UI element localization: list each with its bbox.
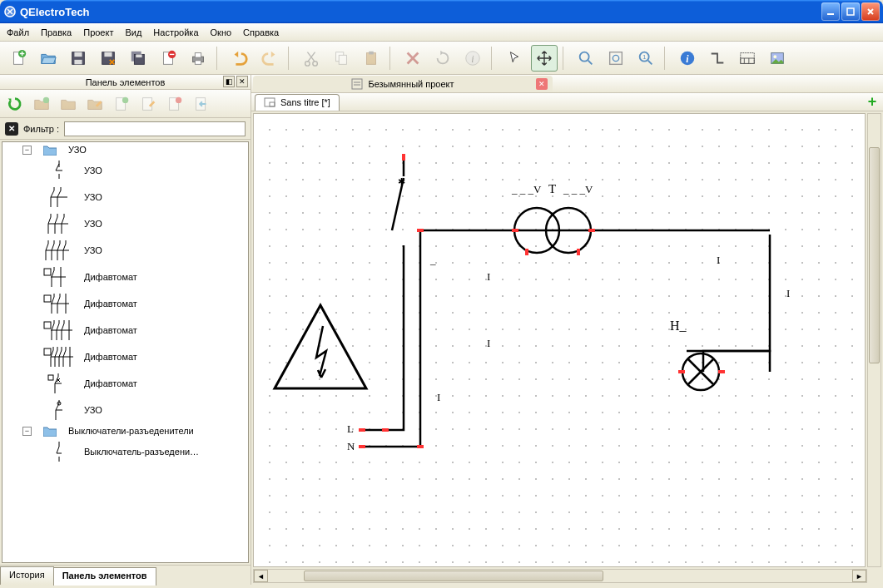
element-icon [42, 398, 76, 422]
tab-elements[interactable]: Панель элементов [53, 567, 156, 586]
svg-rect-24 [369, 51, 374, 54]
menu-help[interactable]: Справка [243, 27, 279, 37]
tree-item[interactable]: Дифавтомат [2, 264, 248, 290]
scroll-left-button[interactable]: ◄ [254, 570, 268, 582]
zoom-fit-button[interactable] [603, 45, 629, 72]
tree-item[interactable]: УЗО [2, 397, 248, 423]
svg-text:i: i [471, 52, 474, 64]
tree-item[interactable]: УЗО [2, 210, 248, 237]
project-info-button[interactable]: i [674, 45, 701, 72]
zoom-button[interactable] [573, 45, 599, 72]
panel-title: Панель элементов [86, 77, 166, 87]
clear-filter-button[interactable]: ✕ [5, 122, 18, 136]
project-tab[interactable]: Безымянный проект ✕ [253, 76, 553, 92]
undo-button[interactable] [226, 45, 253, 72]
scrollbar-thumb[interactable] [304, 571, 603, 581]
tree-item[interactable]: УЗО [2, 184, 248, 210]
drawing-canvas[interactable]: _ _ _V T _ _ _V I I I _ I I H_ L N ✱ [253, 113, 866, 567]
panel-import-button[interactable] [190, 92, 213, 116]
filter-input[interactable] [64, 121, 246, 136]
vertical-scrollbar[interactable] [867, 113, 881, 567]
elements-tree[interactable]: − УЗО УЗО УЗО УЗО УЗО Дифавтомат Дифавто… [2, 141, 249, 563]
svg-rect-22 [339, 55, 346, 64]
save-button[interactable] [65, 45, 92, 72]
svg-rect-64 [577, 249, 580, 255]
folder-label: Выключатели-разъеденители [68, 426, 194, 436]
title-block-button[interactable] [734, 45, 761, 72]
window-title: QElectroTech [20, 6, 90, 18]
tree-item[interactable]: УЗО [2, 157, 248, 184]
close-project-button[interactable] [155, 45, 181, 72]
svg-rect-63 [525, 249, 528, 255]
save-all-button[interactable] [125, 45, 151, 72]
delete-button[interactable] [399, 45, 426, 72]
svg-rect-59 [382, 428, 389, 432]
filter-row: ✕ Фильтр : [0, 118, 251, 140]
add-sheet-button[interactable]: + [865, 95, 880, 110]
panel-new-element-button[interactable] [110, 92, 133, 116]
tab-history[interactable]: История [0, 566, 54, 585]
close-button[interactable] [861, 2, 880, 21]
save-as-button[interactable] [95, 45, 122, 72]
svg-rect-35 [741, 58, 755, 63]
element-icon [42, 159, 76, 182]
panel-open-folder-button[interactable] [57, 92, 80, 116]
tree-item[interactable]: Дифавтомат [2, 290, 248, 317]
scrollbar-thumb[interactable] [869, 147, 880, 363]
cut-button[interactable] [298, 45, 325, 72]
svg-text:_: _ [429, 254, 436, 266]
svg-rect-2 [827, 13, 834, 15]
svg-rect-47 [44, 322, 51, 329]
wire-tool-button[interactable] [704, 45, 731, 72]
svg-rect-49 [48, 375, 53, 380]
svg-rect-57 [359, 428, 365, 432]
panel-close-button[interactable]: ✕ [236, 76, 248, 87]
svg-text:T: T [548, 182, 556, 195]
pointer-tool[interactable] [501, 45, 528, 72]
tree-item[interactable]: Дифавтомат [2, 343, 248, 370]
svg-text:1: 1 [642, 52, 646, 60]
scroll-right-button[interactable]: ► [852, 570, 866, 582]
tree-item[interactable]: Дифавтомат [2, 370, 248, 397]
tree-folder[interactable]: − УЗО [2, 142, 248, 157]
menu-view[interactable]: Вид [125, 27, 141, 37]
move-tool[interactable] [531, 45, 558, 72]
menu-window[interactable]: Окно [211, 27, 232, 37]
paste-button[interactable] [358, 45, 384, 72]
tree-item[interactable]: УЗО [2, 237, 248, 264]
menu-file[interactable]: Файл [7, 27, 29, 37]
panel-undock-button[interactable]: ◧ [223, 76, 235, 87]
sheet-tab-label: Sans titre [*] [280, 97, 330, 107]
print-button[interactable] [185, 45, 211, 72]
collapse-icon[interactable]: − [22, 146, 32, 155]
schematic: _ _ _V T _ _ _V I I I _ I I H_ L N ✱ [254, 114, 866, 563]
redo-button[interactable] [256, 45, 283, 72]
new-button[interactable] [5, 45, 32, 72]
copy-button[interactable] [328, 45, 355, 72]
panel-refresh-button[interactable] [3, 92, 27, 116]
panel-edit-element-button[interactable] [136, 92, 160, 116]
collapse-icon[interactable]: − [22, 427, 32, 436]
info-button[interactable]: i [459, 45, 486, 72]
open-button[interactable] [35, 45, 62, 72]
menu-settings[interactable]: Настройка [153, 27, 198, 37]
rotate-button[interactable] [429, 45, 456, 72]
panel-edit-folder-button[interactable] [83, 92, 107, 116]
horizontal-scrollbar[interactable]: ◄ ► [253, 569, 867, 583]
menu-project[interactable]: Проект [83, 27, 113, 37]
sheet-tab[interactable]: Sans titre [*] [255, 94, 340, 111]
svg-point-37 [773, 55, 776, 58]
svg-rect-48 [44, 348, 51, 355]
zoom-reset-button[interactable]: 1 [632, 45, 659, 72]
minimize-button[interactable] [821, 2, 840, 21]
project-close-button[interactable]: ✕ [536, 78, 548, 90]
panel-delete-element-button[interactable] [163, 92, 186, 116]
image-button[interactable] [764, 45, 791, 72]
tree-item[interactable]: Дифавтомат [2, 317, 248, 343]
maximize-button[interactable] [841, 2, 860, 21]
tree-item[interactable]: Выключатель-разъедени… [2, 438, 248, 465]
panel-new-folder-button[interactable] [30, 92, 53, 116]
tree-folder[interactable]: − Выключатели-разъеденители [2, 423, 248, 438]
svg-rect-51 [352, 79, 362, 89]
menu-edit[interactable]: Правка [41, 27, 72, 37]
